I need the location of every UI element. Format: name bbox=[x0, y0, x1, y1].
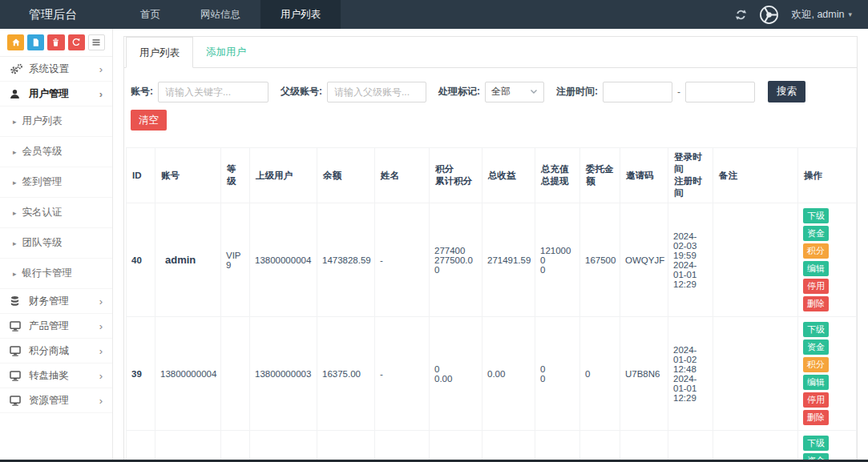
regtime-start-input[interactable] bbox=[603, 82, 672, 102]
sidebar-group-item-10[interactable]: 积分商城› bbox=[0, 339, 112, 364]
sidebar-group-item-0[interactable]: 系统设置› bbox=[0, 57, 112, 82]
cell-commission: 167500 bbox=[580, 203, 620, 317]
monitor-icon bbox=[10, 346, 29, 356]
cell-id: 38 bbox=[127, 431, 155, 462]
cell-recharge: 0 0 bbox=[535, 431, 580, 462]
cell-income: 0.00 bbox=[482, 317, 535, 431]
sidebar-group-item-1[interactable]: 用户管理› bbox=[0, 82, 112, 106]
col-header-0: ID bbox=[127, 148, 155, 203]
sidebar-group-item-11[interactable]: 转盘抽奖› bbox=[0, 364, 112, 388]
action-button-停用[interactable]: 停用 bbox=[803, 392, 829, 408]
sidebar-item-label: 系统设置 bbox=[29, 62, 69, 76]
action-button-停用[interactable]: 停用 bbox=[803, 279, 829, 294]
regtime-end-input[interactable] bbox=[685, 82, 755, 102]
chevron-right-icon: › bbox=[99, 88, 103, 100]
tab-bar: 用户列表 添加用户 bbox=[124, 37, 857, 68]
regtime-label: 注册时间: bbox=[556, 85, 598, 98]
cell-points: 0 0.00 bbox=[430, 431, 482, 462]
action-button-下级[interactable]: 下级 bbox=[803, 322, 829, 337]
table-row: 3813800000003138000000028225.00-0 0.000.… bbox=[127, 431, 857, 462]
avatar[interactable] bbox=[759, 5, 779, 25]
sidebar-item-label: 用户列表 bbox=[22, 114, 63, 128]
refresh-icon[interactable] bbox=[735, 9, 747, 21]
sidebar-item-label: 积分商城 bbox=[29, 344, 69, 358]
action-button-资金[interactable]: 资金 bbox=[803, 339, 829, 355]
col-header-11: 登录时间 注册时间 bbox=[668, 148, 713, 203]
cell-income: 271491.59 bbox=[482, 203, 535, 317]
account-input[interactable] bbox=[158, 82, 268, 102]
chevron-down-icon: ▾ bbox=[848, 10, 852, 18]
sidebar-group-item-8[interactable]: 财务管理› bbox=[0, 289, 112, 314]
search-button[interactable]: 搜索 bbox=[768, 81, 805, 102]
recycle-icon[interactable] bbox=[68, 34, 85, 50]
mark-select[interactable]: 全部 bbox=[485, 82, 544, 102]
col-header-8: 总充值 总提现 bbox=[535, 148, 580, 203]
cell-account: admin bbox=[155, 203, 221, 317]
chevron-right-icon: › bbox=[99, 395, 103, 407]
cell-balance: 16375.00 bbox=[317, 317, 375, 431]
action-button-资金[interactable]: 资金 bbox=[803, 226, 829, 241]
action-button-下级[interactable]: 下级 bbox=[803, 436, 829, 451]
sidebar-sub-item-6[interactable]: ▸团队等级 bbox=[0, 228, 112, 259]
triangle-right-icon: ▸ bbox=[13, 270, 17, 278]
gears-icon bbox=[10, 63, 29, 75]
action-button-积分[interactable]: 积分 bbox=[803, 357, 829, 372]
sidebar-sub-item-7[interactable]: ▸银行卡管理 bbox=[0, 259, 112, 289]
tab-add-user[interactable]: 添加用户 bbox=[193, 37, 259, 67]
cell-level: VIP9 bbox=[221, 203, 250, 317]
col-header-6: 积分 累计积分 bbox=[430, 148, 482, 203]
action-button-下级[interactable]: 下级 bbox=[803, 208, 829, 223]
col-header-10: 邀请码 bbox=[620, 148, 668, 203]
col-header-13: 操作 bbox=[798, 148, 857, 203]
action-button-编辑[interactable]: 编辑 bbox=[803, 261, 829, 276]
sidebar-item-label: 签到管理 bbox=[22, 175, 63, 189]
account-label: 账号: bbox=[131, 85, 153, 98]
nav-item-site-info[interactable]: 网站信息 bbox=[180, 0, 260, 29]
filter-panel: 账号: 父级账号: 处理标记: 全部 注册时间: - 搜索 bbox=[124, 68, 857, 131]
welcome-text: 欢迎, admin bbox=[791, 8, 844, 22]
cell-account: 13800000004 bbox=[155, 317, 221, 431]
col-header-3: 上级用户 bbox=[250, 148, 317, 203]
action-button-积分[interactable]: 积分 bbox=[803, 243, 829, 259]
sidebar-group-item-9[interactable]: 产品管理› bbox=[0, 314, 112, 339]
welcome-dropdown[interactable]: 欢迎, admin ▾ bbox=[791, 8, 852, 22]
sidebar-sub-item-4[interactable]: ▸签到管理 bbox=[0, 167, 112, 198]
sidebar-item-label: 团队等级 bbox=[22, 236, 63, 250]
trash-icon[interactable] bbox=[47, 34, 64, 50]
file-icon[interactable] bbox=[27, 34, 44, 50]
menu-list-icon[interactable] bbox=[88, 34, 105, 50]
cell-parent: 13800000003 bbox=[250, 317, 317, 431]
monitor-icon bbox=[10, 396, 29, 406]
nav-item-user-list[interactable]: 用户列表 bbox=[260, 0, 341, 29]
cell-id: 39 bbox=[127, 317, 155, 431]
mark-label: 处理标记: bbox=[438, 85, 480, 98]
action-button-删除[interactable]: 删除 bbox=[803, 296, 829, 311]
col-header-9: 委托金额 bbox=[580, 148, 620, 203]
parent-account-label: 父级账号: bbox=[281, 85, 322, 98]
col-header-7: 总收益 bbox=[482, 148, 535, 203]
tab-user-list[interactable]: 用户列表 bbox=[126, 37, 193, 68]
cell-actions: 下级资金积分编辑停用删除 bbox=[798, 431, 857, 462]
cell-time: 2024-02-03 19:59 2024-01-01 12:29 bbox=[668, 203, 713, 317]
cell-invite: OWQYJF bbox=[620, 203, 668, 317]
home-icon[interactable] bbox=[7, 34, 24, 50]
cell-recharge: 1210000 0 bbox=[535, 203, 580, 317]
clear-button[interactable]: 清空 bbox=[131, 110, 167, 131]
cell-invite: 5TJZCH bbox=[620, 431, 668, 462]
cell-account: 13800000003 bbox=[155, 431, 221, 462]
col-header-5: 姓名 bbox=[375, 148, 430, 203]
sidebar-sub-item-2[interactable]: ▸用户列表 bbox=[0, 106, 112, 137]
cell-parent: 13800000004 bbox=[250, 203, 317, 317]
parent-account-input[interactable] bbox=[327, 82, 426, 102]
cell-id: 40 bbox=[127, 203, 155, 317]
action-button-删除[interactable]: 删除 bbox=[803, 410, 829, 425]
sidebar-group-item-12[interactable]: 资源管理› bbox=[0, 388, 112, 413]
triangle-right-icon: ▸ bbox=[13, 179, 17, 187]
sidebar-item-label: 会员等级 bbox=[22, 145, 63, 159]
sidebar-sub-item-3[interactable]: ▸会员等级 bbox=[0, 137, 112, 167]
cell-time: 2024-01-02 12:49 2024-01-01 12:28 bbox=[668, 431, 713, 462]
action-buttons: 下级资金积分编辑停用删除 bbox=[803, 208, 851, 311]
action-button-编辑[interactable]: 编辑 bbox=[803, 375, 829, 390]
nav-item-home[interactable]: 首页 bbox=[120, 0, 180, 29]
sidebar-sub-item-5[interactable]: ▸实名认证 bbox=[0, 198, 112, 228]
